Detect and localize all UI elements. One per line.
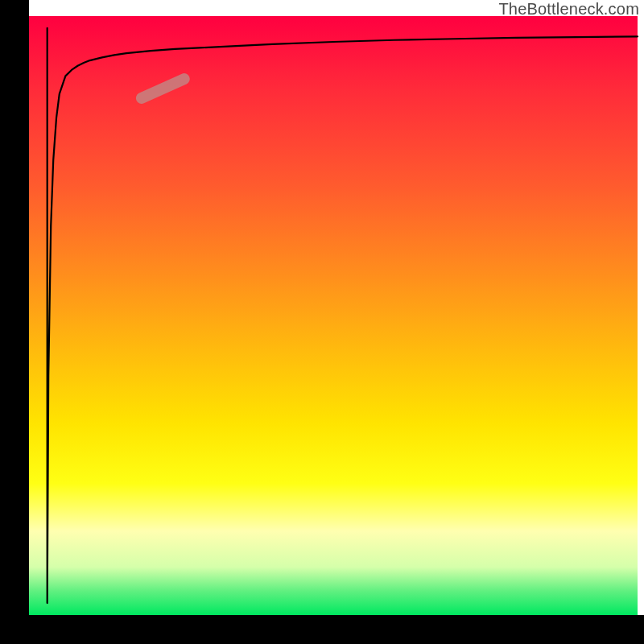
bottleneck-curve	[47, 28, 638, 603]
curve-highlight-segment	[142, 79, 184, 98]
chart-stage: TheBottleneck.com	[0, 0, 644, 644]
plot-area	[29, 16, 638, 615]
x-axis-bar	[0, 615, 644, 644]
plot-svg	[29, 16, 638, 615]
y-axis-bar	[0, 0, 29, 644]
